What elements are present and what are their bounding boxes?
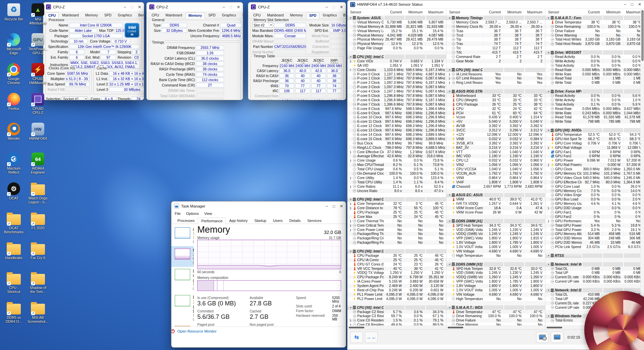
tab-mainboard[interactable]: Mainboard <box>162 12 185 18</box>
minimize-icon[interactable]: – <box>624 2 626 6</box>
expand-icon[interactable]: ❯ <box>349 159 352 162</box>
scrollbar-thumb[interactable] <box>448 327 463 328</box>
expand-icon[interactable]: ❯ <box>349 60 352 63</box>
desktop-icon-f1-2020[interactable]: ↗F1 2020 <box>25 212 50 230</box>
sensor-row[interactable]: Physical Memory Availa...28,467 MB28,421… <box>347 37 446 42</box>
sensor-row[interactable]: Virtual Memory Load15.2 %15.1 %15.4 % <box>347 29 446 33</box>
sensor-row[interactable]: Package/Ring Power Li...NoNoNo <box>347 240 446 245</box>
collapse-icon[interactable]: ▾ <box>448 306 451 309</box>
socket-dropdown[interactable]: Socket #1▾ <box>62 97 88 101</box>
desktop-icon-msi-ab[interactable]: ↗MSI AB Screenshot... <box>25 301 50 324</box>
sensor-row[interactable]: ❯Core Critical Tempe...NoNoNo <box>347 223 446 228</box>
sensor-row[interactable]: Memory Clock Ratio26.00 x26.00 x26.00 x <box>446 24 545 29</box>
sensor-row[interactable]: ❯Core Ratios11.1 x6.0 x52.0 x <box>347 184 446 189</box>
sensor-row[interactable]: E-core 10 Clock997.6 MHz698.3 MHz1,296.8… <box>347 115 446 119</box>
sensor-row[interactable]: Uncore Ratio8.0 x8.0 x47.0 x <box>347 189 446 193</box>
sensor-row[interactable]: Drive Remaining Life100.0 %100.0 %100.0 … <box>446 314 545 318</box>
sensor-row[interactable]: CPU32 °C24 °C42 °C <box>446 107 545 111</box>
sensor-row[interactable]: Max CPU/Thread Usage8.2 %5.1 %73.8 % <box>347 163 446 167</box>
collapse-icon[interactable]: ▾ <box>547 263 550 266</box>
sensor-row[interactable]: GPU Memory Controller Load7.0 %0.0 %14.0… <box>545 189 644 193</box>
sensor-row[interactable]: 1.8V Voltage1.800 V1.800 V1.800 V <box>446 284 545 288</box>
sensor-row[interactable]: PL1 Power Limit4,095.0 W4,095.0 W4,095.0… <box>347 292 446 297</box>
sensor-row[interactable]: 1.0V VOUT Voltage1.005 V1.005 V1.005 V <box>446 245 545 249</box>
menu-file[interactable]: File <box>175 212 181 216</box>
sensor-row[interactable]: GPU Memory Clock101.3 MHz101.3 MHz1,767.… <box>545 171 644 176</box>
desktop-icon-shadow-of[interactable]: ↗Shadow of the Tom... <box>25 271 50 294</box>
sensor-row[interactable]: E-core 9 Clock997.6 MHz698.3 MHz1,296.8 … <box>347 111 446 115</box>
sensor-row[interactable]: GPU Bus Load0.0 %0.0 %2.0 % <box>545 197 644 201</box>
sensor-row[interactable]: Current DL rate0.000 KB/s0.000 KB/s0.000… <box>545 275 644 279</box>
sensor-section-row[interactable]: ▾CPU [#0]: Intel Core i9... <box>347 305 446 310</box>
sensor-row[interactable]: CPU Package26 °C25 °C38 °C <box>446 102 545 107</box>
collapse-icon[interactable]: ▾ <box>448 220 451 223</box>
hwinfo-titlebar[interactable]: HWiNFO64 v7.14-4610 Sensor Status –□✕ <box>347 0 644 9</box>
collapse-icon[interactable]: ▾ <box>349 306 352 309</box>
sensor-row[interactable]: VRM Vcore Power26 W0 W42 W <box>446 210 545 215</box>
desktop-icon-firefox[interactable]: ↗Firefox <box>1 92 26 111</box>
sensor-row[interactable]: Total Host Writes3,183 GB3,183 GB3,183 G… <box>545 37 644 42</box>
sensor-row[interactable]: ❯Core C6 Residency49.4 %0.0 %99.5 % <box>347 323 446 326</box>
sensor-row[interactable]: Drive WarningNoNoNo <box>545 33 644 38</box>
sensor-section-row[interactable]: ▾ASUS EC: ASUS <box>446 193 545 197</box>
sensor-row[interactable]: GPU Temperature52.5 °C52.0 °C54.3 °C <box>545 132 644 137</box>
sensor-row[interactable]: GPU Video Engine Load0.0 %0.0 %0.0 % <box>545 193 644 197</box>
collapse-icon[interactable]: ▾ <box>349 16 352 19</box>
sensor-row[interactable]: ❯Core Usage0.6 %0.0 %73.8 % <box>347 158 446 163</box>
sensor-section-row[interactable]: ▾CPU [#0]: Intel Core i9... <box>347 249 446 253</box>
collapse-icon[interactable]: ▾ <box>448 90 451 93</box>
sensor-row[interactable]: E-core 15 Clock997.6 MHz698.3 MHz3,889.5… <box>347 137 446 141</box>
tab-bench[interactable]: Bench <box>340 12 346 18</box>
sensor-row[interactable]: Trp38 T38 T38 T <box>446 37 545 42</box>
sensor-row[interactable]: CPU IA Cores25 °C25 °C45 °C <box>347 258 446 262</box>
collapse-icon[interactable]: ▾ <box>448 263 451 266</box>
sensor-row[interactable]: GPU Memory Allocated514 MB458 MB516 MB <box>545 232 644 236</box>
sensor-row[interactable]: CPU Package Power8.249 W6.799 W35.351 W <box>347 275 446 279</box>
desktop-icon-ocat[interactable]: ↗OCAT Benchmarks <box>1 212 26 234</box>
sensor-row[interactable]: System Agent Power2.469 W2.400 W3.120 W <box>347 284 446 288</box>
expand-icon[interactable]: ❯ <box>349 207 352 210</box>
remote-monitor-button[interactable] <box>551 332 564 343</box>
memory-usage-graph[interactable] <box>197 240 341 269</box>
sensor-section-row[interactable]: ▾GPU [#0]: NVIDIA GeForce R... <box>545 128 644 132</box>
expand-icon[interactable]: ❯ <box>349 151 352 154</box>
tab-cpu[interactable]: CPU <box>149 12 162 18</box>
sensor-row[interactable]: 1.0V VOUT Voltage1.005 V1.005 V1.005 V <box>446 288 545 292</box>
sensor-row[interactable]: Drive FailureNoNoNo <box>545 29 644 33</box>
sensor-row[interactable]: Read Total61,578 MB61,555 MB61,578 MB <box>545 115 644 119</box>
sensor-row[interactable]: CPU VCCSA1.040 V1.040 V1.056 V <box>446 167 545 171</box>
desktop-icon-cpuid[interactable]: ↗CPUID CPU-Z <box>25 92 50 115</box>
sensor-section-row[interactable]: ▾CPU [#0]: Intel Core i9... <box>347 55 446 59</box>
sensor-row[interactable]: Core Max25 °C24 °C45 °C <box>347 215 446 219</box>
sensor-row[interactable]: VRM40.0 °C39.0 °C41.0 °C <box>446 197 545 201</box>
tab-spd[interactable]: SPD <box>101 12 115 18</box>
collapse-icon[interactable]: ▾ <box>349 55 352 58</box>
sensor-row[interactable]: VIN90.864 V0.864 V0.864 V <box>446 176 545 180</box>
tab-mainboard[interactable]: Mainboard <box>264 12 287 18</box>
tab-startup[interactable]: Startup <box>251 217 269 224</box>
horizontal-scrollbar[interactable] <box>446 326 545 329</box>
sensor-row[interactable]: E-core 12 Clock997.6 MHz698.3 MHz1,296.8… <box>347 124 446 128</box>
sensor-row[interactable]: Total GPU Power (normalized...5.4 %5.3 %… <box>545 223 644 228</box>
tab-spd[interactable]: SPD <box>205 12 219 18</box>
sensor-row[interactable]: Drive WarningNoNoNo <box>446 323 545 326</box>
sensor-row[interactable]: Read Rate0.054 MB/s0.000 MB/s3.637 MB/s <box>545 107 644 111</box>
desktop-icon-google[interactable]: ↗Google Chrome <box>1 62 26 85</box>
sensor-row[interactable]: E-core 13 Clock997.6 MHz698.3 MHz1,296.8… <box>347 128 446 132</box>
sensor-section-row[interactable]: ▾Memory Timings <box>446 16 545 20</box>
sensor-row[interactable]: CPU Package25 °C25 °C45 °C <box>347 253 446 258</box>
collapse-icon[interactable]: ▾ <box>349 68 352 71</box>
sensor-row[interactable]: VDDQ (SWB) Voltage1.245 V1.245 V1.245 V <box>446 232 545 236</box>
sensor-row[interactable]: Physical Memory Used4,041 MB4,029 MB4,08… <box>347 33 446 38</box>
sensor-section-row[interactable]: ▾CPU [#0]: Intel Core i9... <box>347 197 446 201</box>
sensor-row[interactable]: Ring/LLC Clock798.0 MHz797.8 MHz4,688.5 … <box>347 145 446 150</box>
sensor-row[interactable]: Chassis52,657 RPM1,773 RPM2,683 RPM <box>446 184 545 189</box>
scrollbar-thumb[interactable] <box>547 327 562 328</box>
collapse-icon[interactable]: ▾ <box>547 51 550 54</box>
sensor-row[interactable]: GPU D3D Memory Dynamic45 MB33 MB46 MB <box>545 240 644 245</box>
tab-graphics[interactable]: Graphics <box>115 12 135 18</box>
menu-options[interactable]: Options <box>186 212 199 216</box>
sensor-row[interactable]: Drive FailureNoNoNo <box>446 318 545 323</box>
sensor-row[interactable]: ❯Core Effective Clocks37.0 MHz1.2 MHz3,9… <box>347 150 446 154</box>
sensor-row[interactable]: Tcas36 T36 T36 T <box>446 29 545 33</box>
